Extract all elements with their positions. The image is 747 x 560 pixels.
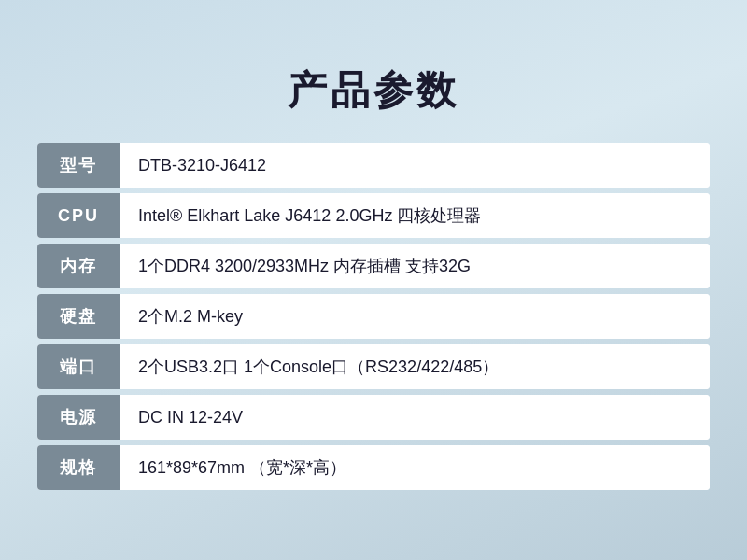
spec-label: 端口 — [37, 344, 120, 389]
table-row: 内存1个DDR4 3200/2933MHz 内存插槽 支持32G — [37, 244, 710, 288]
spec-value: 2个M.2 M-key — [120, 294, 710, 339]
page-title: 产品参数 — [288, 64, 459, 117]
spec-value: DTB-3210-J6412 — [120, 143, 710, 188]
table-row: 电源DC IN 12-24V — [37, 395, 710, 440]
spec-value: DC IN 12-24V — [120, 395, 710, 440]
spec-value: 161*89*67mm （宽*深*高） — [120, 445, 710, 490]
spec-table: 型号DTB-3210-J6412CPUIntel® Elkhart Lake J… — [37, 137, 710, 496]
spec-value: 1个DDR4 3200/2933MHz 内存插槽 支持32G — [120, 244, 710, 288]
spec-label: 内存 — [37, 244, 120, 288]
spec-label: 型号 — [37, 143, 120, 188]
spec-value: Intel® Elkhart Lake J6412 2.0GHz 四核处理器 — [120, 193, 710, 238]
spec-label: CPU — [37, 193, 120, 238]
table-row: 规格161*89*67mm （宽*深*高） — [37, 445, 710, 490]
table-row: 硬盘2个M.2 M-key — [37, 294, 710, 339]
spec-label: 规格 — [37, 445, 120, 490]
spec-label: 硬盘 — [37, 294, 120, 339]
spec-value: 2个USB3.2口 1个Console口（RS232/422/485） — [120, 344, 710, 389]
table-row: CPUIntel® Elkhart Lake J6412 2.0GHz 四核处理… — [37, 193, 710, 238]
spec-label: 电源 — [37, 395, 120, 440]
table-row: 型号DTB-3210-J6412 — [37, 143, 710, 188]
table-row: 端口2个USB3.2口 1个Console口（RS232/422/485） — [37, 344, 710, 389]
